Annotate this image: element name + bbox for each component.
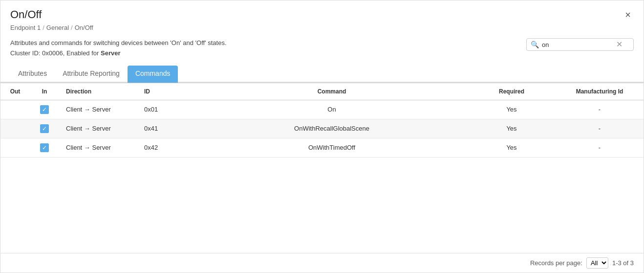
description-line2: Cluster ID: 0x0006, Enabled for Server <box>10 48 227 59</box>
modal-header: On/Off × <box>0 0 644 23</box>
tabs: Attributes Attribute Reporting Commands <box>0 66 644 83</box>
table-header-row: Out In Direction ID Command Required Man… <box>0 83 644 100</box>
checkbox-in[interactable]: ✓ <box>40 105 49 114</box>
tab-attributes[interactable]: Attributes <box>10 66 55 83</box>
col-header-required: Required <box>468 83 556 100</box>
col-header-in: In <box>30 83 59 100</box>
table-row: ✓Client → Server0x41OnWithRecallGlobalSc… <box>0 119 644 138</box>
cell-id: 0x42 <box>137 138 196 157</box>
modal-title: On/Off <box>10 8 42 21</box>
cell-out <box>0 138 30 157</box>
col-header-command: Command <box>196 83 468 100</box>
table-row: ✓Client → Server0x42OnWithTimedOffYes- <box>0 138 644 157</box>
table-row: ✓Client → Server0x01OnYes- <box>0 100 644 119</box>
cell-out <box>0 100 30 119</box>
col-header-direction: Direction <box>59 83 137 100</box>
checkbox-in[interactable]: ✓ <box>40 143 49 152</box>
description-row: Attributes and commands for switching de… <box>0 35 644 64</box>
cell-manufacturing-id: - <box>556 138 644 157</box>
cell-command: OnWithTimedOff <box>196 138 468 157</box>
cell-direction: Client → Server <box>59 119 137 138</box>
cell-manufacturing-id: - <box>556 100 644 119</box>
cell-id: 0x01 <box>137 100 196 119</box>
commands-table: Out In Direction ID Command Required Man… <box>0 83 644 158</box>
cell-manufacturing-id: - <box>556 119 644 138</box>
cell-direction: Client → Server <box>59 100 137 119</box>
search-box: 🔍 ✕ <box>526 38 634 51</box>
cell-required: Yes <box>468 119 556 138</box>
cell-required: Yes <box>468 100 556 119</box>
cell-command: OnWithRecallGlobalScene <box>196 119 468 138</box>
record-count: 1-3 of 3 <box>612 259 634 267</box>
tab-attribute-reporting[interactable]: Attribute Reporting <box>55 66 128 83</box>
footer: Records per page: All 1-3 of 3 <box>0 253 644 273</box>
breadcrumb: Endpoint 1 / General / On/Off <box>0 23 644 35</box>
records-per-page-label: Records per page: <box>530 259 582 267</box>
table-container: Out In Direction ID Command Required Man… <box>0 83 644 253</box>
cell-in: ✓ <box>30 100 59 119</box>
cell-in: ✓ <box>30 119 59 138</box>
checkbox-in[interactable]: ✓ <box>40 124 49 133</box>
cell-in: ✓ <box>30 138 59 157</box>
description-line2-bold: Server <box>101 49 120 57</box>
cell-out <box>0 119 30 138</box>
breadcrumb-item-endpoint: Endpoint 1 <box>10 24 41 31</box>
close-button[interactable]: × <box>622 9 634 21</box>
cell-command: On <box>196 100 468 119</box>
search-icon: 🔍 <box>531 41 539 48</box>
description-line2-prefix: Cluster ID: 0x0006, Enabled for <box>10 49 101 57</box>
records-per-page-select[interactable]: All <box>586 257 608 269</box>
breadcrumb-sep-2: / <box>71 24 73 31</box>
tab-commands[interactable]: Commands <box>128 66 178 83</box>
cell-id: 0x41 <box>137 119 196 138</box>
cell-direction: Client → Server <box>59 138 137 157</box>
col-header-out: Out <box>0 83 30 100</box>
breadcrumb-item-general: General <box>46 24 69 31</box>
description-text: Attributes and commands for switching de… <box>10 38 227 59</box>
modal: On/Off × Endpoint 1 / General / On/Off A… <box>0 0 644 273</box>
col-header-id: ID <box>137 83 196 100</box>
search-clear-button[interactable]: ✕ <box>615 41 623 48</box>
search-input[interactable] <box>542 41 615 48</box>
col-header-manufacturing-id: Manufacturing Id <box>556 83 644 100</box>
breadcrumb-item-onoff: On/Off <box>75 24 93 31</box>
description-line1: Attributes and commands for switching de… <box>10 38 227 48</box>
cell-required: Yes <box>468 138 556 157</box>
breadcrumb-sep-1: / <box>43 24 44 31</box>
